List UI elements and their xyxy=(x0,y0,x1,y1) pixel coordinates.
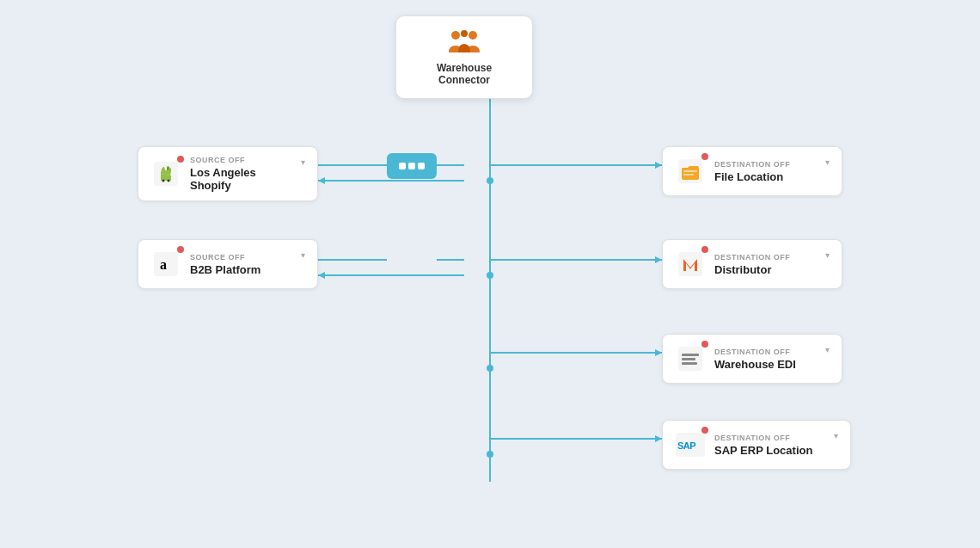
dest-edi-text: DESTINATION OFF Warehouse EDI xyxy=(714,348,818,371)
sap-icon-wrap: SAP xyxy=(675,429,706,460)
dest-file-status xyxy=(701,153,708,160)
svg-point-15 xyxy=(487,272,493,279)
connector-dot-1 xyxy=(399,163,406,169)
edi-icon-wrap xyxy=(675,343,706,374)
dest-edi-label-top: DESTINATION OFF xyxy=(714,348,818,356)
svg-point-12 xyxy=(487,177,493,184)
dest-distributor-label-main: Distributor xyxy=(714,263,818,276)
dest-edi-chevron[interactable]: ▾ xyxy=(825,345,830,354)
source-shopify-label-main: Los Angeles Shopify xyxy=(190,166,294,192)
svg-point-28 xyxy=(168,180,170,182)
source-shopify[interactable]: SOURCE OFF Los Angeles Shopify ▾ xyxy=(138,146,318,201)
dest-file-label-main: File Location xyxy=(714,170,818,183)
svg-text:a: a xyxy=(160,257,167,272)
dest-sap-status xyxy=(701,427,708,434)
mid-connector-box[interactable] xyxy=(387,153,437,179)
svg-rect-37 xyxy=(682,354,699,356)
center-node-label: Warehouse Connector xyxy=(413,62,515,86)
source-amazon-label-main: B2B Platform xyxy=(190,263,294,276)
svg-point-21 xyxy=(487,451,493,458)
svg-text:SAP: SAP xyxy=(677,440,695,451)
svg-marker-9 xyxy=(318,272,325,279)
dest-sap-chevron[interactable]: ▾ xyxy=(834,431,838,440)
connector-dot-3 xyxy=(418,163,425,169)
svg-rect-39 xyxy=(682,362,697,365)
center-node[interactable]: Warehouse Connector xyxy=(395,15,533,99)
dest-edi[interactable]: DESTINATION OFF Warehouse EDI ▾ xyxy=(662,334,842,384)
dest-sap-text: DESTINATION OFF SAP ERP Location xyxy=(714,434,827,457)
magento-icon-wrap xyxy=(675,249,706,280)
dest-distributor-chevron[interactable]: ▾ xyxy=(825,250,830,260)
source-amazon-chevron[interactable]: ▾ xyxy=(301,250,305,260)
svg-point-23 xyxy=(451,31,460,40)
svg-marker-14 xyxy=(655,256,662,263)
source-amazon-text: SOURCE OFF B2B Platform xyxy=(190,253,294,276)
dest-distributor-text: DESTINATION OFF Distributor xyxy=(714,253,818,276)
shopify-icon-wrap xyxy=(150,158,181,189)
source-shopify-text: SOURCE OFF Los Angeles Shopify xyxy=(190,156,294,192)
svg-rect-38 xyxy=(682,358,695,360)
source-shopify-status xyxy=(177,156,184,163)
svg-point-27 xyxy=(162,180,165,182)
amazon-icon-wrap: a xyxy=(150,249,181,280)
dest-distributor[interactable]: DESTINATION OFF Distributor ▾ xyxy=(662,239,842,289)
dest-file-chevron[interactable]: ▾ xyxy=(825,157,830,167)
source-amazon-label-top: SOURCE OFF xyxy=(190,253,294,262)
svg-point-24 xyxy=(469,31,477,40)
svg-marker-17 xyxy=(655,349,662,356)
source-amazon-status xyxy=(177,246,184,253)
svg-rect-33 xyxy=(683,170,697,172)
dest-edi-status xyxy=(701,341,708,348)
svg-marker-20 xyxy=(655,435,662,442)
dest-sap-label-main: SAP ERP Location xyxy=(714,444,827,457)
source-shopify-chevron[interactable]: ▾ xyxy=(301,157,305,167)
svg-point-25 xyxy=(461,30,468,37)
file-icon-wrap xyxy=(675,156,706,187)
dest-distributor-label-top: DESTINATION OFF xyxy=(714,253,818,262)
svg-marker-5 xyxy=(318,177,325,184)
dest-distributor-status xyxy=(701,246,708,253)
warehouse-icon xyxy=(447,28,481,62)
dest-file-label-top: DESTINATION OFF xyxy=(714,160,818,169)
svg-marker-11 xyxy=(655,162,662,169)
dest-edi-label-main: Warehouse EDI xyxy=(714,358,818,371)
diagram-canvas: Warehouse Connector SOURCE OFF Los Angel… xyxy=(0,0,980,548)
dest-sap-label-top: DESTINATION OFF xyxy=(714,434,827,442)
source-amazon[interactable]: a SOURCE OFF B2B Platform ▾ xyxy=(138,239,318,289)
svg-rect-34 xyxy=(683,174,694,175)
dest-sap[interactable]: SAP DESTINATION OFF SAP ERP Location ▾ xyxy=(662,420,851,470)
svg-point-18 xyxy=(487,365,493,372)
source-shopify-label-top: SOURCE OFF xyxy=(190,156,294,164)
connector-dot-2 xyxy=(408,163,415,169)
dest-file[interactable]: DESTINATION OFF File Location ▾ xyxy=(662,146,842,196)
dest-file-text: DESTINATION OFF File Location xyxy=(714,160,818,183)
svg-rect-35 xyxy=(678,252,702,276)
